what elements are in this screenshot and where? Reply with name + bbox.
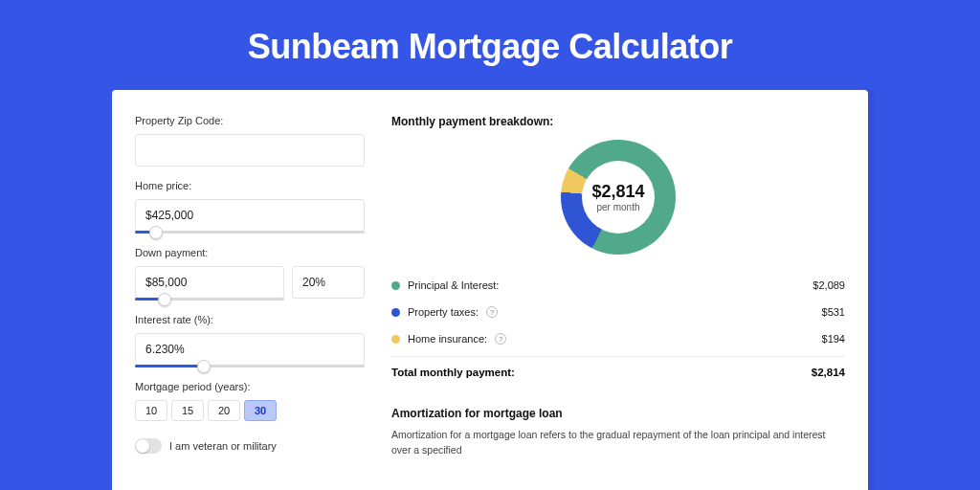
- donut-wrap: $2,814 per month: [391, 140, 845, 255]
- interest-label: Interest rate (%):: [135, 314, 365, 325]
- breakdown-title: Monthly payment breakdown:: [391, 115, 845, 128]
- down-payment-slider[interactable]: [135, 298, 284, 301]
- legend-value: $531: [822, 306, 845, 318]
- interest-input[interactable]: [135, 333, 365, 366]
- down-payment-input[interactable]: [135, 266, 284, 299]
- interest-slider[interactable]: [135, 365, 365, 368]
- period-option-20[interactable]: 20: [208, 400, 240, 421]
- form-panel: Property Zip Code: Home price: Down paym…: [135, 115, 365, 467]
- donut-chart: $2,814 per month: [561, 140, 676, 255]
- legend-left: Property taxes:?: [391, 306, 498, 318]
- legend-value: $194: [822, 333, 845, 345]
- total-row: Total monthly payment: $2,814: [391, 356, 845, 390]
- home-price-label: Home price:: [135, 180, 365, 191]
- toggle-knob-icon: [136, 439, 149, 453]
- zip-field-block: Property Zip Code:: [135, 115, 365, 167]
- donut-amount: $2,814: [591, 182, 644, 202]
- legend-label: Property taxes:: [408, 306, 479, 318]
- legend-dot-icon: [391, 281, 400, 290]
- period-option-30[interactable]: 30: [244, 400, 277, 421]
- legend-value: $2,089: [813, 279, 845, 291]
- page-title: Sunbeam Mortgage Calculator: [0, 0, 980, 90]
- home-price-slider-thumb[interactable]: [149, 226, 163, 239]
- zip-input[interactable]: [135, 134, 365, 167]
- total-label: Total monthly payment:: [391, 367, 515, 378]
- down-payment-pct-input[interactable]: [292, 266, 365, 299]
- interest-slider-fill: [135, 365, 204, 368]
- help-icon[interactable]: ?: [495, 333, 506, 345]
- legend-label: Principal & Interest:: [408, 279, 499, 291]
- veteran-row: I am veteran or military: [135, 438, 365, 454]
- legend-dot-icon: [391, 335, 400, 344]
- home-price-input[interactable]: [135, 199, 365, 232]
- amortization-title: Amortization for mortgage loan: [391, 407, 845, 420]
- donut-sub: per month: [596, 202, 639, 212]
- breakdown-panel: Monthly payment breakdown: $2,814 per mo…: [391, 115, 845, 467]
- legend-label: Home insurance:: [408, 333, 487, 345]
- period-option-10[interactable]: 10: [135, 400, 167, 421]
- legend: Principal & Interest:$2,089Property taxe…: [391, 272, 845, 352]
- help-icon[interactable]: ?: [486, 306, 498, 318]
- veteran-toggle[interactable]: [135, 438, 162, 454]
- legend-row: Principal & Interest:$2,089: [391, 272, 845, 299]
- period-options: 10152030: [135, 400, 365, 421]
- legend-row: Property taxes:?$531: [391, 299, 845, 325]
- down-payment-block: Down payment:: [135, 247, 365, 301]
- legend-row: Home insurance:?$194: [391, 325, 845, 352]
- period-label: Mortgage period (years):: [135, 381, 365, 392]
- interest-block: Interest rate (%):: [135, 314, 365, 368]
- period-option-15[interactable]: 15: [171, 400, 204, 421]
- period-block: Mortgage period (years): 10152030: [135, 381, 365, 421]
- legend-dot-icon: [391, 308, 400, 317]
- home-price-slider[interactable]: [135, 231, 365, 234]
- home-price-block: Home price:: [135, 180, 365, 234]
- interest-slider-thumb[interactable]: [197, 360, 211, 373]
- veteran-label: I am veteran or military: [169, 440, 277, 452]
- down-payment-slider-thumb[interactable]: [158, 293, 171, 306]
- calculator-card: Property Zip Code: Home price: Down paym…: [112, 90, 868, 490]
- down-payment-label: Down payment:: [135, 247, 365, 258]
- amortization-text: Amortization for a mortgage loan refers …: [391, 428, 845, 458]
- legend-left: Home insurance:?: [391, 333, 506, 345]
- legend-left: Principal & Interest:: [391, 279, 499, 291]
- donut-center: $2,814 per month: [582, 161, 655, 234]
- zip-label: Property Zip Code:: [135, 115, 365, 126]
- total-value: $2,814: [812, 367, 845, 378]
